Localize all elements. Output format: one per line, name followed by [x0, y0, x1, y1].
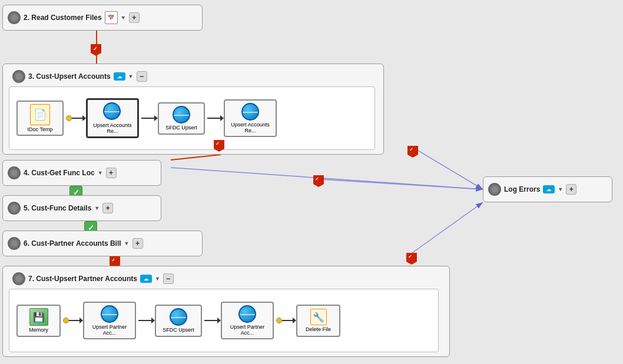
node-memory[interactable]: 💾 Memory	[16, 305, 61, 337]
globe-icon-sfdc2	[170, 308, 187, 326]
sf-icon-phase3: ☁	[114, 72, 125, 81]
phase6-dropdown[interactable]: ▼	[124, 241, 130, 246]
phase5-expand[interactable]: +	[102, 203, 113, 213]
phase7-dropdown[interactable]: ▼	[155, 276, 160, 282]
checkpoint-phase3-right: ✓	[407, 146, 418, 158]
connector-7-2	[276, 318, 294, 323]
phase6-label: 6. Cust-Partner Accounts Bill	[24, 239, 121, 248]
node-label-sfdc2: SFDC Upsert	[163, 327, 194, 333]
connector-7-1	[63, 318, 81, 323]
svg-line-7	[412, 147, 483, 189]
log-errors-label: Log Errors	[504, 185, 540, 193]
phase2-expand[interactable]: +	[129, 12, 140, 23]
node-label-upsert1: Upsert Accounts Re...	[90, 122, 135, 134]
sf-icon-phase7: ☁	[140, 275, 152, 283]
sf-icon-log: ☁	[543, 185, 555, 193]
checkpoint-phase3: ✓	[214, 140, 224, 152]
phase2-dropdown[interactable]: ▼	[121, 15, 126, 21]
phase4-box: 4. Cust-Get Func Loc ▼ +	[2, 160, 161, 186]
log-errors-header: Log Errors ☁ ▼ +	[483, 181, 581, 198]
svg-line-8	[321, 179, 483, 189]
globe-icon-upsert2	[241, 103, 259, 121]
phase2-label: 2. Read Customer Files	[24, 14, 102, 22]
svg-line-10	[412, 202, 483, 253]
phase6-header: 6. Cust-Partner Accounts Bill ▼ +	[3, 235, 148, 252]
phase4-label: 4. Cust-Get Func Loc	[24, 169, 95, 177]
svg-line-3	[171, 155, 221, 160]
gear-icon-log	[488, 183, 501, 196]
phase2-box: 2. Read Customer Files 📅 ▼ +	[2, 5, 203, 31]
phase5-header: 5. Cust-Func Details ▼ +	[3, 199, 118, 217]
node-label-idoc: IDoc Temp	[28, 126, 53, 132]
phase5-dropdown[interactable]: ▼	[94, 205, 100, 211]
node-label-partner2: Upsert Partner Acc...	[224, 324, 270, 336]
globe-icon-partner2	[238, 305, 256, 323]
log-dropdown[interactable]: ▼	[558, 186, 563, 192]
delete-icon: 🔧	[310, 309, 327, 325]
globe-icon-upsert1	[103, 102, 122, 121]
node-sfdc-upsert-1[interactable]: SFDC Upsert	[158, 102, 205, 135]
phase3-collapse[interactable]: −	[137, 71, 147, 82]
checkpoint-middle: ✓	[313, 175, 324, 187]
connector-1	[66, 115, 84, 121]
log-expand[interactable]: +	[566, 184, 576, 195]
canvas: 2. Read Customer Files 📅 ▼ + ✓ 3. Cust-U…	[0, 0, 623, 364]
phase6-expand[interactable]: +	[132, 238, 143, 249]
phase3-dropdown[interactable]: ▼	[128, 74, 134, 79]
node-upsert-acc-1[interactable]: Upsert Accounts Re...	[86, 98, 139, 138]
node-delete-file[interactable]: 🔧 Delete File	[296, 305, 340, 337]
arrow-2	[141, 118, 155, 119]
node-upsert-acc-2[interactable]: Upsert Accounts Re...	[224, 99, 277, 137]
checkpoint-phase2: ✓	[90, 44, 102, 58]
phase7-label: 7. Cust-Upsert Partner Accounts	[28, 275, 137, 283]
arrow-7-2	[138, 320, 153, 321]
globe-icon-partner1	[101, 305, 118, 323]
gear-icon-phase6	[8, 237, 21, 250]
node-sfdc-upsert-2[interactable]: SFDC Upsert	[155, 305, 202, 337]
node-label-upsert2: Upsert Accounts Re...	[227, 122, 273, 133]
gear-icon-phase7	[12, 272, 25, 285]
node-label-sfdc1: SFDC Upsert	[165, 125, 197, 131]
checkpoint-phase7: ✓	[406, 253, 417, 265]
phase3-header: 3. Cust-Upsert Accounts ☁ ▼ −	[8, 68, 152, 85]
phase5-box: 5. Cust-Func Details ▼ +	[2, 195, 161, 221]
phase7-header: 7. Cust-Upsert Partner Accounts ☁ ▼ −	[8, 270, 178, 288]
gear-icon-phase3	[12, 70, 25, 83]
arrow-7-3	[204, 320, 218, 321]
arrow-3	[207, 118, 221, 119]
phase6-box: 6. Cust-Partner Accounts Bill ▼ +	[2, 231, 203, 256]
phase2-header: 2. Read Customer Files 📅 ▼ +	[3, 9, 144, 26]
calendar-icon-phase2[interactable]: 📅	[105, 11, 118, 24]
phase3-label: 3. Cust-Upsert Accounts	[28, 72, 111, 81]
node-upsert-partner-1[interactable]: Upsert Partner Acc...	[83, 302, 136, 339]
node-label-partner1: Upsert Partner Acc...	[87, 324, 132, 336]
phase3-box: 3. Cust-Upsert Accounts ☁ ▼ − 📄 IDoc Tem…	[2, 64, 384, 155]
globe-icon-sfdc1	[173, 106, 190, 123]
idoc-icon: 📄	[30, 104, 50, 125]
phase4-dropdown[interactable]: ▼	[98, 170, 103, 176]
phase4-expand[interactable]: +	[106, 168, 117, 178]
gear-icon-phase4	[8, 166, 21, 179]
memory-icon: 💾	[29, 308, 48, 326]
gear-icon-phase5	[8, 202, 21, 215]
node-label-delete: Delete File	[306, 326, 331, 332]
phase5-label: 5. Cust-Func Details	[24, 204, 91, 212]
node-label-memory: Memory	[29, 327, 48, 333]
gear-icon-phase2	[8, 11, 21, 24]
phase7-workflow: 💾 Memory Upsert Partner Acc... SFDC Upse…	[9, 289, 439, 352]
node-upsert-partner-2[interactable]: Upsert Partner Acc...	[221, 302, 274, 339]
log-errors-box: Log Errors ☁ ▼ +	[483, 176, 612, 202]
phase4-header: 4. Cust-Get Func Loc ▼ +	[3, 164, 121, 182]
node-idoc-temp[interactable]: 📄 IDoc Temp	[16, 101, 64, 136]
phase7-box: 7. Cust-Upsert Partner Accounts ☁ ▼ − 💾 …	[2, 266, 450, 357]
svg-line-9	[171, 168, 483, 189]
phase7-collapse[interactable]: −	[163, 273, 174, 284]
phase3-workflow: 📄 IDoc Temp Upsert Accounts Re...	[9, 86, 375, 150]
